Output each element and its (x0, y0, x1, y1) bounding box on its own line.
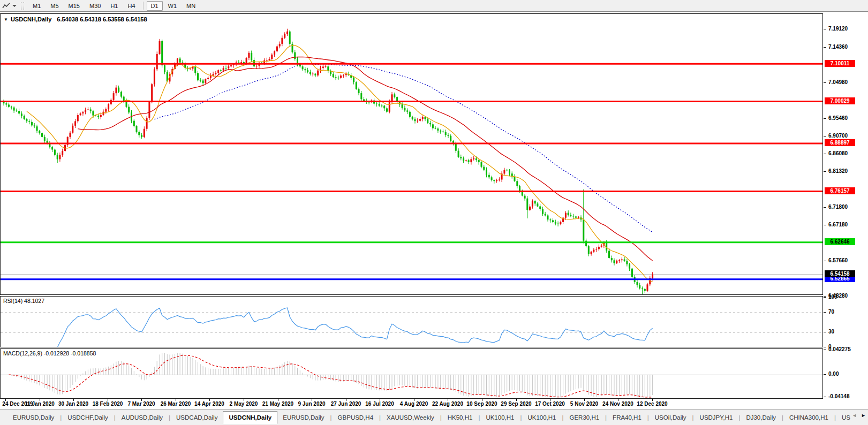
rsi-canvas (1, 297, 822, 347)
tab-AUDUSD-Daily[interactable]: AUDUSD,Daily (116, 412, 168, 423)
chart-symbol-label: USDCNH,Daily (11, 16, 51, 22)
date-label: 7 Mar 2020 (124, 401, 158, 407)
axis-tick-mark (824, 82, 826, 83)
tab-separator: | (782, 414, 783, 421)
tab-scroll-arrows: ◄ ► (852, 413, 866, 418)
timeframe-M15[interactable]: M15 (64, 1, 84, 11)
tab-separator: | (834, 414, 836, 421)
price-line-label: 7.10011 (825, 60, 855, 67)
price-tick-label: 6.86080 (828, 150, 848, 156)
axis-tick-mark (824, 297, 826, 298)
tab-GER30-H1[interactable]: GER30,H1 (564, 412, 605, 423)
date-label: 4 Aug 2020 (397, 401, 431, 407)
date-label: 14 Apr 2020 (192, 401, 227, 407)
tab-USDCHF-Daily[interactable]: USDCHF,Daily (62, 412, 113, 423)
axis-tick-mark (824, 350, 826, 350)
tab-separator: | (440, 414, 442, 421)
tab-USOil-Daily[interactable]: USOil,Daily (650, 412, 692, 423)
tab-HK50-H1[interactable]: HK50,H1 (442, 412, 478, 423)
tab-UK100-H1[interactable]: UK100,H1 (480, 412, 519, 423)
price-tick-label: 7.14360 (828, 44, 848, 50)
tab-FRA40-H1[interactable]: FRA40,H1 (607, 412, 647, 423)
chart-tool-icon[interactable] (2, 2, 17, 10)
tab-GBPUSD-H4[interactable]: GBPUSD,H4 (333, 412, 379, 423)
macd-tick-label: 0.00 (828, 371, 839, 377)
timeframe-M30[interactable]: M30 (85, 1, 105, 11)
tab-scroll-right-icon[interactable]: ► (861, 413, 866, 418)
timeframe-buttons: M1M5M15M30H1H4D1W1MN (28, 0, 200, 12)
chart-ohlc-values: 6.54038 6.54318 6.53558 6.54158 (57, 16, 147, 22)
tab-separator: | (562, 414, 564, 421)
axis-tick-mark (824, 154, 826, 154)
tab-separator: | (647, 414, 649, 421)
tab-separator: | (478, 414, 480, 421)
tab-EURUSD-Daily[interactable]: EURUSD,Daily (7, 412, 59, 423)
rsi-tick-label: 100 (828, 294, 837, 300)
axis-tick-mark (824, 261, 826, 261)
symbol-dropdown-icon[interactable]: ▼ (4, 17, 8, 22)
axis-tick-mark (824, 118, 826, 119)
tab-scroll-left-icon[interactable]: ◄ (852, 413, 857, 418)
date-label: 11 Jan 2020 (22, 401, 57, 407)
axis-tick-mark (824, 29, 826, 29)
macd-tick-label: 0.042275 (828, 346, 851, 352)
tab-separator: | (330, 414, 332, 421)
toolbar-grip[interactable] (21, 2, 24, 10)
tab-USDCAD-Daily[interactable]: USDCAD,Daily (171, 412, 223, 423)
price-line-label: 6.54158 (825, 270, 855, 277)
tab-separator: | (169, 414, 170, 421)
tab-separator: | (114, 414, 116, 421)
date-label: 12 Dec 2020 (635, 401, 669, 407)
macd-tick-label: -0.04148 (828, 393, 849, 399)
rsi-indicator-panel (0, 296, 823, 347)
price-line-label: 6.62646 (825, 238, 855, 245)
timeframe-M1[interactable]: M1 (28, 1, 45, 11)
tab-UK100-H1[interactable]: UK100,H1 (522, 412, 561, 423)
price-tick-label: 7.04980 (828, 79, 848, 85)
tab-USDJPY-H1[interactable]: USDJPY,H1 (695, 412, 738, 423)
tab-separator: | (692, 414, 694, 421)
price-line-label: 7.00029 (825, 97, 855, 104)
tab-DJ30-Daily[interactable]: DJ30,Daily (741, 412, 781, 423)
price-line-label: 6.76157 (825, 187, 855, 194)
axis-tick-mark (824, 47, 826, 48)
price-chart-panel (0, 13, 823, 295)
tab-CHINA300-H1[interactable]: CHINA300,H1 (784, 412, 834, 423)
price-tick-label: 6.71800 (828, 204, 848, 210)
date-label: 22 Aug 2020 (431, 401, 465, 407)
tab-EURUSD-Daily[interactable]: EURUSD,Daily (277, 412, 329, 423)
macd-indicator-panel (0, 348, 823, 399)
axis-tick-mark (824, 312, 826, 313)
date-label: 18 Feb 2020 (90, 401, 125, 407)
axis-tick-mark (824, 374, 826, 375)
tab-separator: | (60, 414, 62, 421)
chart-tab-bar: EURUSD,Daily|USDCHF,Daily|AUDUSD,Daily|U… (0, 409, 868, 425)
timeframe-M5[interactable]: M5 (46, 1, 63, 11)
price-tick-label: 7.19120 (828, 26, 848, 32)
timeframe-D1[interactable]: D1 (147, 1, 163, 11)
timeframe-H4[interactable]: H4 (123, 1, 139, 11)
axis-tick-mark (824, 397, 826, 397)
chart-title: ▼USDCNH,Daily6.54038 6.54318 6.53558 6.5… (4, 16, 147, 22)
tab-USDCNH-Daily[interactable]: USDCNH,Daily (223, 411, 277, 424)
tab-separator: | (520, 414, 522, 421)
price-tick-label: 6.67180 (828, 222, 848, 227)
tab-separator: | (605, 414, 607, 421)
date-label: 2 May 2020 (227, 401, 261, 407)
toolbar-separator (143, 2, 144, 10)
chevron-down-icon[interactable] (12, 5, 17, 7)
price-tick-label: 6.95460 (828, 115, 848, 121)
date-label: 5 Nov 2020 (567, 401, 601, 407)
timeframe-W1[interactable]: W1 (164, 1, 182, 11)
date-label: 10 Sep 2020 (465, 401, 499, 407)
date-axis: 24 Dec 201911 Jan 202030 Jan 202018 Feb … (0, 399, 824, 409)
timeframe-H1[interactable]: H1 (106, 1, 122, 11)
tab-XAUUSD-Weekly[interactable]: XAUUSD,Weekly (381, 412, 440, 423)
timeframe-MN[interactable]: MN (182, 1, 200, 11)
tab-separator: | (379, 414, 381, 421)
macd-canvas (1, 349, 822, 398)
date-label: 17 Oct 2020 (533, 401, 567, 407)
axis-tick-mark (824, 171, 826, 172)
top-toolbar: M1M5M15M30H1H4D1W1MN (0, 0, 868, 12)
axis-tick-mark (824, 347, 826, 347)
